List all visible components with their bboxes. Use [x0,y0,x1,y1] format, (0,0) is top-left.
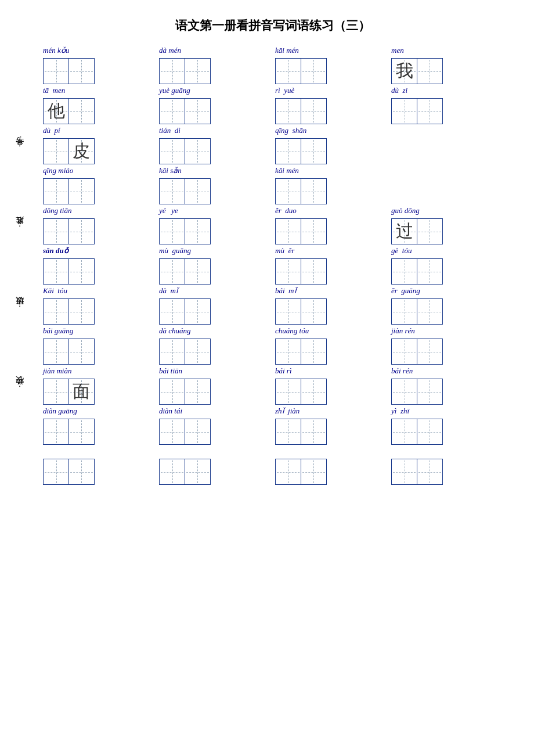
item-9-3: yì zhī [389,406,505,446]
cell [68,419,95,445]
cells-10-2 [275,459,387,485]
cells-7-3 [391,339,503,365]
row-3: qīng miáo kāi sǎn kāi mén [41,165,505,206]
cell [275,58,301,84]
item-6-1: dà mǐ [157,286,273,326]
cells-1-0: 他 [43,98,154,124]
cell [159,459,185,485]
cell [417,218,443,244]
cell [159,138,185,164]
item-5-1: mù guāng [157,246,273,286]
pinyin-3-1: kāi sǎn [159,165,270,177]
cell [275,138,301,164]
label-xuehao: 学号： [15,143,25,151]
cells-10-3 [391,459,503,485]
item-7-0: bái guāng [41,326,157,366]
cell [43,459,69,485]
pinyin-1-3: dù zi [391,85,503,97]
pinyin-6-2: bái mǐ [275,286,387,297]
row-10 [41,446,505,486]
item-3-1: kāi sǎn [157,165,273,206]
cell [391,258,417,285]
cell [417,58,443,84]
item-5-3: gè tóu [389,246,505,286]
item-7-2: chuáng tóu [273,326,389,366]
item-4-1: yé ye [157,206,273,246]
cells-8-0: 面 [43,379,154,405]
cell [275,218,301,244]
pinyin-0-3: men [391,45,503,57]
pinyin-6-1: dà mǐ [159,286,270,297]
cells-4-0 [43,218,154,244]
pinyin-6-0: Kāi tóu [43,286,154,297]
item-0-2: kāi mén [273,45,389,85]
pinyin-4-3: guò dōng [391,206,503,217]
item-1-2: rì yuè [273,85,389,125]
cell [68,98,95,124]
cell [275,379,301,405]
cell [275,339,301,365]
item-8-0: jiàn miàn 面 [41,366,157,406]
item-8-3: bái rén [389,366,505,406]
cell [43,379,69,405]
item-7-1: dà chuáng [157,326,273,366]
cell [301,138,327,164]
item-2-0: dù pí 皮 [41,125,157,165]
cell [391,459,417,485]
item-8-2: bái rì [273,366,389,406]
cell [43,258,69,285]
cell [301,178,327,204]
cell [68,339,95,365]
section-banji: 班级： Kāi tóu dà mǐ bá [41,286,505,326]
cells-4-1 [159,218,270,244]
pinyin-3-2: kāi mén [275,165,387,177]
pinyin-0-0: mén kǒu [43,45,154,57]
cell-hint: 皮 [68,138,95,164]
cell [159,58,185,84]
item-0-3: men 我 [389,45,505,85]
cell [275,459,301,485]
pinyin-1-1: yuè guāng [159,85,270,97]
cell [391,98,417,124]
cell [68,218,95,244]
cell [185,339,211,365]
item-1-0: tā men 他 [41,85,157,125]
row-6: Kāi tóu dà mǐ bái mǐ [41,286,505,326]
pinyin-4-0: dōng tiān [43,206,154,217]
cell [43,138,69,164]
cell [68,258,95,285]
cell [301,459,327,485]
cell [185,218,211,244]
pinyin-7-2: chuáng tóu [275,326,387,337]
cells-5-0 [43,258,154,285]
cell [185,178,211,204]
item-3-2: kāi mén [273,165,389,206]
item-10-1 [157,446,273,486]
pinyin-10-3 [391,446,503,458]
pinyin-10-0 [43,446,154,458]
cells-0-2 [275,58,387,84]
cell-hint: 我 [391,58,417,84]
cell [68,178,95,204]
cells-0-0 [43,58,154,84]
cells-5-1 [159,258,270,285]
cell [417,298,443,325]
cells-3-2 [275,178,387,204]
item-1-1: yuè guāng [157,85,273,125]
pinyin-8-3: bái rén [391,366,503,377]
section-xingming: 姓名： dōng tiān yé ye [41,206,505,246]
pinyin-8-2: bái rì [275,366,387,377]
pinyin-0-1: dà mén [159,45,270,57]
cell [43,339,69,365]
row-4: dōng tiān yé ye ěr duo [41,206,505,246]
cell [43,58,69,84]
cells-6-0 [43,298,154,325]
cell [417,98,443,124]
item-0-0: mén kǒu [41,45,157,85]
pinyin-5-1: mù guāng [159,246,270,257]
item-5-0: sān duǒ [41,246,157,286]
item-8-1: bái tiān [157,366,273,406]
cell [159,98,185,124]
item-3-3 [389,165,505,206]
cell [185,379,211,405]
